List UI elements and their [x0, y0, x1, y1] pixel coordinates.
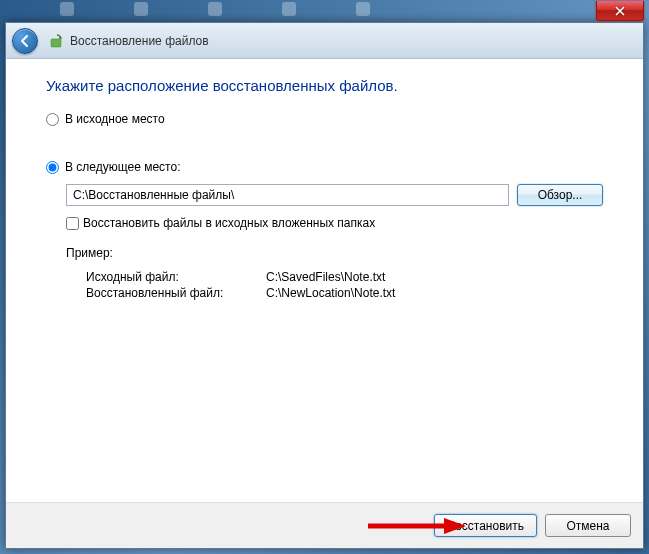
restore-button[interactable]: Восстановить — [434, 514, 537, 537]
restore-subfolders-checkbox[interactable] — [66, 217, 79, 230]
radio-original-location[interactable]: В исходное место — [46, 112, 603, 126]
example-title: Пример: — [66, 246, 603, 260]
example-restored-value: C:\NewLocation\Note.txt — [266, 286, 603, 300]
radio-original-input[interactable] — [46, 113, 59, 126]
browse-button[interactable]: Обзор... — [517, 184, 603, 206]
restore-subfolders-checkbox-row[interactable]: Восстановить файлы в исходных вложенных … — [66, 216, 603, 230]
back-button[interactable] — [12, 28, 38, 54]
content-area: Укажите расположение восстановленных фай… — [6, 59, 643, 502]
example-restored-label: Восстановленный файл: — [86, 286, 266, 300]
desktop-background-icons — [0, 2, 649, 22]
restore-icon — [48, 32, 66, 50]
svg-rect-0 — [51, 39, 61, 47]
window-title: Восстановление файлов — [70, 34, 209, 48]
restore-files-wizard-window: Восстановление файлов Укажите расположен… — [5, 22, 644, 549]
close-icon — [615, 6, 625, 16]
example-grid: Исходный файл: C:\SavedFiles\Note.txt Во… — [86, 270, 603, 300]
radio-custom-location[interactable]: В следующее место: — [46, 160, 603, 174]
example-source-value: C:\SavedFiles\Note.txt — [266, 270, 603, 284]
restore-subfolders-label: Восстановить файлы в исходных вложенных … — [83, 216, 375, 230]
radio-custom-label: В следующее место: — [65, 160, 180, 174]
radio-original-label: В исходное место — [65, 112, 165, 126]
destination-path-input[interactable] — [66, 184, 509, 206]
arrow-left-icon — [18, 34, 32, 48]
path-row: Обзор... — [66, 184, 603, 206]
nav-bar: Восстановление файлов — [6, 23, 643, 59]
example-source-label: Исходный файл: — [86, 270, 266, 284]
page-heading: Укажите расположение восстановленных фай… — [46, 77, 603, 94]
close-button[interactable] — [596, 1, 644, 21]
dialog-footer: Восстановить Отмена — [6, 502, 643, 548]
titlebar — [596, 1, 644, 23]
cancel-button[interactable]: Отмена — [545, 514, 631, 537]
radio-custom-input[interactable] — [46, 161, 59, 174]
